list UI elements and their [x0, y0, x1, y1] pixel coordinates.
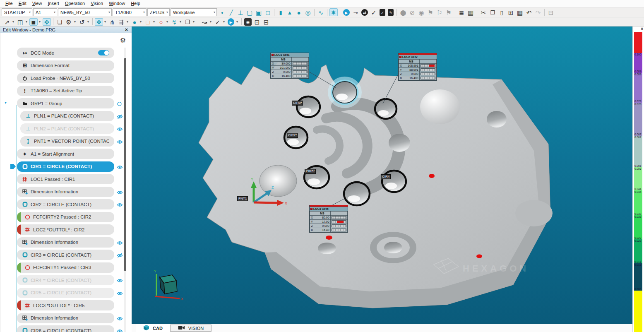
solid-view-icon[interactable]: ◼ [29, 18, 38, 26]
tree-item-cir6[interactable]: CIR6 = CIRCLE (CONTACT) [0, 325, 125, 332]
stop-icon[interactable]: ⬤ [399, 8, 407, 16]
bookmark-slash-icon[interactable]: ⚑ [445, 8, 453, 16]
tree-item-pln2[interactable]: ⊥PLN2 = PLANE (CONTACT) [0, 123, 125, 134]
tree-item-pill[interactable]: CIR2 = CIRCLE (CONTACT) [17, 199, 114, 209]
tree-item-pill[interactable]: Dimension Information [17, 237, 114, 248]
feature-tag-pnt1[interactable]: PNT1 [237, 196, 248, 201]
eye-icon[interactable] [117, 126, 123, 131]
dropdown-arrow-icon[interactable]: ▾ [139, 20, 142, 24]
close-icon[interactable]: × [634, 26, 644, 32]
tree-item-cir3[interactable]: CIR3 = CIRCLE (CONTACT) [0, 250, 125, 260]
tree-item-pln1[interactable]: ⊥PLN1 = PLANE (CONTACT) [0, 111, 125, 121]
view-orientation-icon[interactable]: ↗ [3, 18, 11, 26]
grid-icon[interactable]: ▦ [516, 8, 524, 16]
copy-icon[interactable]: ❐ [488, 8, 497, 16]
dropdown-arrow-icon[interactable]: ▾ [209, 20, 212, 24]
sphere-tool-icon[interactable]: ● [130, 18, 139, 26]
dropdown-arrow-icon[interactable]: ▾ [25, 20, 28, 24]
comment-icon[interactable]: ❏ [55, 18, 64, 26]
tree-item-pill[interactable]: LOC3 *OUTTOL* : CIR5 [17, 300, 114, 310]
feature-tag-cir8[interactable]: CIR8* [292, 101, 303, 106]
auto-feature-icon[interactable]: ✱ [329, 8, 338, 16]
dropdown-arrow-icon[interactable]: ▾ [87, 20, 90, 24]
tree-item-pill[interactable]: ⊥PLN2 = PLANE (CONTACT) [20, 123, 114, 134]
dimension-label-loc2-cir2[interactable]: LOC2 CIR2MSX108.991Y88.991Z0.000D16.400 [398, 53, 437, 81]
menu-window[interactable]: Window [106, 0, 128, 7]
tree-item-dimension[interactable]: Dimension Information [0, 187, 125, 197]
eye-icon[interactable] [117, 290, 123, 296]
loop-icon[interactable]: ⇄ [361, 9, 368, 16]
feature-tag-cir7[interactable]: CIR7* [287, 133, 298, 138]
workplane-dropdown[interactable]: Workplane▾ [171, 8, 217, 16]
tree-item-pill[interactable]: ⊞Dimension Format [17, 60, 114, 71]
goto-icon[interactable]: ◉ [417, 8, 425, 16]
tree-item-pill[interactable]: Load Probe - NEW5_BY_50 [17, 73, 114, 83]
cylinder-icon[interactable]: ▮ [276, 8, 285, 16]
active-tip-dropdown[interactable]: T1A0B0▾ [113, 8, 147, 16]
edit-window-titlebar[interactable]: Edit Window - Demo.PRG × [0, 26, 132, 33]
tree-item-fcfcirty1[interactable]: FCFCIRTY1 Passed : CIR3 [0, 262, 125, 273]
close-icon[interactable]: × [124, 27, 129, 33]
square-feature-icon[interactable]: □ [264, 8, 272, 16]
perpendicular-point-icon[interactable]: ⊥ [236, 8, 245, 16]
eye-icon[interactable] [117, 139, 123, 144]
tree-item-cir1[interactable]: CIR1 = CIRCLE (CONTACT) [0, 161, 125, 172]
path-lines-icon[interactable]: ⇶ [117, 18, 125, 26]
eye-icon[interactable] [117, 315, 123, 321]
check-icon[interactable]: ✓ [370, 8, 378, 16]
eye-icon[interactable] [117, 189, 123, 195]
tree-item-dimension[interactable]: ⊞Dimension Format [0, 60, 125, 71]
square-tool-icon[interactable]: □ [144, 18, 152, 26]
tree-item-pill[interactable]: GRP1 = Group [17, 98, 114, 108]
eye-icon[interactable] [117, 328, 123, 332]
dropdown-arrow-icon[interactable]: ▾ [222, 20, 226, 24]
execute-play-icon[interactable]: ▶ [228, 18, 234, 26]
pan-icon[interactable]: ✥ [43, 18, 51, 26]
tree-item-fcfcirty2[interactable]: FCFCIRTY2 Passed : CIR2 [0, 212, 125, 222]
tree-item-pill[interactable]: CIR1 = CIRCLE (CONTACT) [17, 161, 114, 172]
tree-item-cir2[interactable]: CIR2 = CIRCLE (CONTACT) [0, 199, 125, 209]
rect-filled-icon[interactable]: ▣ [255, 8, 263, 16]
menu-help[interactable]: Help [128, 0, 143, 7]
probe-cluster-icon[interactable]: ❖ [95, 18, 103, 26]
tree-item-pill[interactable]: ↦DCC Mode [17, 48, 114, 58]
dropdown-arrow-icon[interactable]: ▾ [166, 20, 169, 24]
probe-file-dropdown[interactable]: NEW5_BY_50▾ [58, 8, 112, 16]
dropdown-arrow-icon[interactable]: ▾ [103, 20, 107, 24]
tree-item-pill[interactable]: CIR6 = CIRCLE (CONTACT) [17, 325, 114, 332]
eye-slash-icon[interactable] [117, 113, 123, 119]
dropdown-arrow-icon[interactable]: ▾ [235, 20, 239, 24]
tree-item-cir5[interactable]: CIR5 = CIRCLE (CONTACT) [0, 288, 125, 298]
tree-item-loc3[interactable]: LOC3 *OUTTOL* : CIR5 [0, 300, 125, 310]
dropdown-arrow-icon[interactable]: ▾ [12, 20, 15, 24]
report-window-icon[interactable]: ⊟ [262, 18, 270, 26]
tree-item-pill[interactable]: PNT1 = VECTOR POINT (CONTAC [20, 136, 114, 147]
rotate-icon[interactable]: ↺ [78, 18, 86, 26]
tree-item-pill[interactable]: !T1A0B0 = Set Active Tip [17, 86, 114, 96]
undo-icon[interactable]: ↶ [525, 8, 533, 16]
dropdown-arrow-icon[interactable]: ▾ [179, 20, 182, 24]
graph-tool-icon[interactable]: ↯ [170, 18, 178, 26]
layers-icon[interactable]: ❐ [183, 18, 192, 26]
dropdown-arrow-icon[interactable]: ▾ [126, 20, 129, 24]
screen-capture-icon[interactable]: ⊡ [253, 18, 261, 26]
gear-icon[interactable]: ⚙ [120, 36, 126, 44]
camera-icon[interactable]: ◉ [244, 18, 252, 26]
wireframe-view-icon[interactable]: ◫ [16, 18, 24, 26]
settings-gears-icon[interactable]: ⚙ [65, 18, 73, 26]
collapse-arrow-icon[interactable]: ▾ [5, 100, 7, 105]
cone-icon[interactable]: ▲ [286, 8, 294, 16]
feature-tag-cir6[interactable]: CIR6* [305, 169, 316, 174]
sphere-feature-icon[interactable]: ● [295, 8, 303, 16]
path-check-icon[interactable]: ↝ [200, 18, 209, 26]
tree-item-grp1[interactable]: ▾GRP1 = Group [0, 98, 125, 108]
paste-icon[interactable]: ▯ [497, 8, 506, 16]
tree-item-pill[interactable]: ⊥PLN1 = PLANE (CONTACT) [20, 111, 114, 121]
doc-edit-icon[interactable]: ✎ [388, 9, 394, 16]
doc-check-icon[interactable]: ✓ [380, 9, 385, 16]
tree-item-loc2[interactable]: LOC2 *OUTTOL* : CIR2 [0, 224, 125, 235]
tree-item-dimension[interactable]: Dimension Information [0, 313, 125, 323]
tree-item-pill[interactable]: CIR4 = CIRCLE (CONTACT) [17, 275, 114, 285]
eye-icon[interactable] [117, 202, 123, 207]
dropdown-arrow-icon[interactable]: ▾ [152, 20, 156, 24]
